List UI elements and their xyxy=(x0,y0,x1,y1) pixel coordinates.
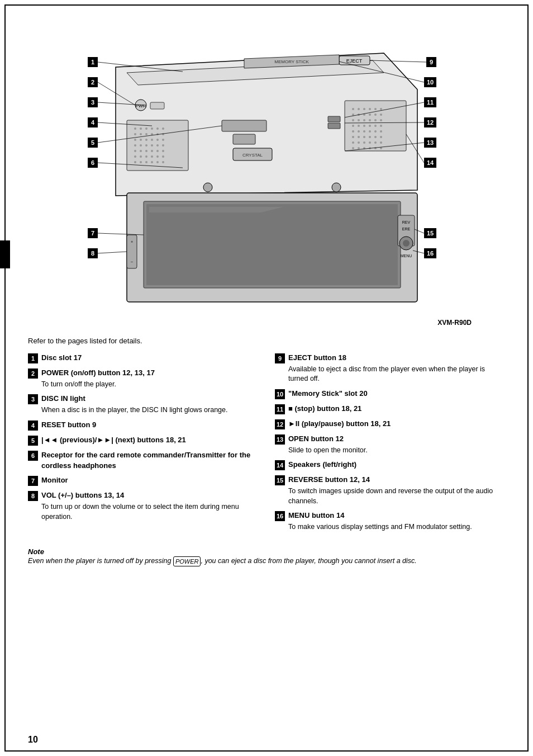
svg-point-127 xyxy=(380,141,382,144)
svg-point-82 xyxy=(151,161,153,163)
svg-point-88 xyxy=(363,108,365,110)
svg-point-66 xyxy=(162,144,164,147)
svg-rect-38 xyxy=(222,120,266,131)
svg-text:15: 15 xyxy=(427,230,434,237)
svg-text:MENU: MENU xyxy=(401,254,412,258)
svg-point-119 xyxy=(369,136,371,138)
svg-text:PWR: PWR xyxy=(136,103,146,108)
svg-point-120 xyxy=(374,136,377,138)
svg-point-68 xyxy=(140,150,142,152)
svg-text:2: 2 xyxy=(91,79,94,86)
svg-text:6: 6 xyxy=(91,159,94,166)
svg-point-110 xyxy=(352,130,354,133)
svg-point-128 xyxy=(352,147,354,149)
svg-point-125 xyxy=(369,141,371,144)
svg-point-100 xyxy=(363,119,365,121)
svg-point-129 xyxy=(358,147,360,149)
svg-point-113 xyxy=(369,130,371,133)
svg-point-76 xyxy=(151,155,153,158)
svg-point-87 xyxy=(358,108,360,110)
svg-text:9: 9 xyxy=(430,59,433,65)
svg-point-107 xyxy=(369,125,371,127)
svg-point-101 xyxy=(369,119,371,121)
svg-text:12: 12 xyxy=(427,119,434,126)
svg-point-78 xyxy=(162,155,164,158)
svg-point-50 xyxy=(140,133,142,135)
svg-point-89 xyxy=(369,108,371,110)
svg-point-102 xyxy=(374,119,377,121)
svg-text:EJECT: EJECT xyxy=(346,58,363,64)
svg-point-143 xyxy=(403,240,410,247)
svg-point-98 xyxy=(352,119,354,121)
svg-text:10: 10 xyxy=(427,79,434,86)
svg-point-55 xyxy=(134,139,136,141)
svg-text:REV: REV xyxy=(402,220,411,224)
page-number: 10 xyxy=(28,735,38,745)
svg-point-56 xyxy=(140,139,142,141)
svg-point-91 xyxy=(380,108,382,110)
svg-point-99 xyxy=(358,119,360,121)
svg-text:1: 1 xyxy=(91,59,94,65)
svg-point-135 xyxy=(332,183,341,192)
svg-point-121 xyxy=(380,136,382,138)
svg-rect-164 xyxy=(328,116,340,122)
svg-point-122 xyxy=(352,141,354,144)
svg-point-115 xyxy=(380,130,382,133)
svg-point-114 xyxy=(374,130,377,133)
svg-point-83 xyxy=(156,161,159,163)
svg-point-51 xyxy=(145,133,147,135)
svg-point-44 xyxy=(140,127,142,130)
svg-point-112 xyxy=(363,130,365,133)
svg-rect-165 xyxy=(328,123,340,129)
svg-point-106 xyxy=(363,125,365,127)
svg-text:11: 11 xyxy=(427,99,434,106)
svg-point-90 xyxy=(374,108,377,110)
svg-point-79 xyxy=(134,161,136,163)
svg-point-92 xyxy=(352,114,354,116)
svg-rect-39 xyxy=(233,134,255,144)
svg-point-74 xyxy=(140,155,142,158)
svg-point-72 xyxy=(162,150,164,152)
svg-point-124 xyxy=(363,141,365,144)
svg-point-69 xyxy=(145,150,147,152)
svg-point-61 xyxy=(134,144,136,147)
svg-point-46 xyxy=(151,127,153,130)
svg-point-134 xyxy=(203,183,212,192)
svg-text:3: 3 xyxy=(91,99,94,106)
svg-point-111 xyxy=(358,130,360,133)
svg-point-64 xyxy=(151,144,153,147)
svg-point-73 xyxy=(134,155,136,158)
svg-text:14: 14 xyxy=(427,159,434,166)
svg-point-59 xyxy=(156,139,159,141)
svg-text:–: – xyxy=(131,259,133,263)
svg-point-62 xyxy=(140,144,142,147)
svg-point-126 xyxy=(374,141,377,144)
svg-line-155 xyxy=(98,252,127,253)
svg-point-80 xyxy=(140,161,142,163)
svg-point-65 xyxy=(156,144,159,147)
svg-point-108 xyxy=(374,125,377,127)
svg-point-67 xyxy=(134,150,136,152)
svg-point-58 xyxy=(151,139,153,141)
svg-point-84 xyxy=(162,161,164,163)
diagram-area: 1 2 3 4 5 6 9 xyxy=(28,22,505,313)
device-diagram: 1 2 3 4 5 6 9 xyxy=(71,22,462,313)
svg-point-75 xyxy=(145,155,147,158)
svg-rect-37 xyxy=(150,102,164,109)
svg-point-81 xyxy=(145,161,147,163)
svg-point-48 xyxy=(162,127,164,130)
svg-point-95 xyxy=(369,114,371,116)
svg-point-117 xyxy=(358,136,360,138)
svg-text:7: 7 xyxy=(91,230,94,237)
svg-point-97 xyxy=(380,114,382,116)
svg-text:CRYSTAL: CRYSTAL xyxy=(242,153,263,158)
svg-point-86 xyxy=(352,108,354,110)
svg-point-47 xyxy=(156,127,159,130)
svg-point-118 xyxy=(363,136,365,138)
svg-point-43 xyxy=(134,127,136,130)
svg-point-57 xyxy=(145,139,147,141)
svg-text:4: 4 xyxy=(91,119,95,126)
svg-point-103 xyxy=(380,119,382,121)
svg-text:8: 8 xyxy=(91,250,94,257)
svg-text:16: 16 xyxy=(427,250,434,257)
